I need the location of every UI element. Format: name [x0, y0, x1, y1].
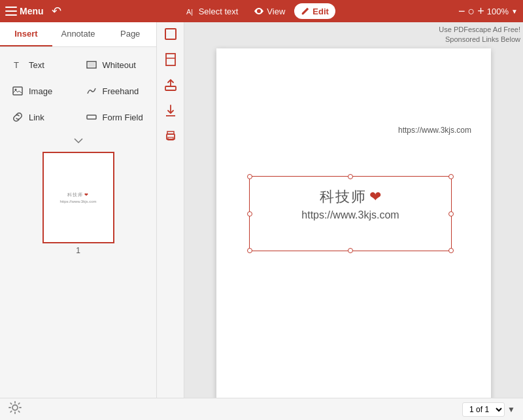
- link-icon: [12, 111, 24, 123]
- handle-bottom-left[interactable]: [247, 248, 252, 253]
- icon-rectangle[interactable]: [164, 27, 177, 44]
- tool-text-label: Text: [29, 60, 44, 70]
- selection-box[interactable]: 科技师 ❤ https://www.3kjs.com: [249, 176, 452, 251]
- zoom-out-button[interactable]: −: [458, 5, 465, 18]
- zoom-in-button[interactable]: +: [477, 5, 484, 18]
- zoom-dropdown-arrow[interactable]: ▼: [511, 8, 518, 15]
- tool-text[interactable]: T Text: [5, 52, 78, 77]
- selection-heart-icon: ❤: [369, 188, 381, 205]
- topbar: Menu ↶ A| Select text View Edit − ○ + 10…: [0, 0, 523, 22]
- handle-top-center[interactable]: [348, 174, 353, 179]
- tool-formfield[interactable]: Form Field: [79, 105, 152, 130]
- text-icon: T: [12, 59, 24, 71]
- tool-whiteout-label: Whiteout: [103, 60, 136, 70]
- svg-rect-0: [5, 7, 17, 8]
- tool-freehand-label: Freehand: [103, 86, 139, 96]
- tab-annotate[interactable]: Annotate: [52, 22, 105, 46]
- tool-whiteout[interactable]: Whiteout: [79, 52, 152, 77]
- view-label: View: [267, 7, 285, 16]
- tool-link[interactable]: Link: [5, 105, 78, 130]
- tool-freehand[interactable]: Freehand: [79, 79, 152, 103]
- bottom-bar: 1 of 1 ▼: [0, 398, 523, 420]
- ad-line2: Sponsored Links Below: [445, 35, 520, 43]
- left-icon-bar: [157, 22, 184, 398]
- bottom-right: 1 of 1 ▼: [462, 402, 515, 417]
- svg-rect-1: [5, 10, 17, 12]
- thumbnail-page-number: 1: [76, 246, 80, 255]
- settings-icon[interactable]: [8, 400, 22, 418]
- svg-rect-2: [5, 14, 17, 16]
- edit-button[interactable]: Edit: [294, 3, 335, 19]
- zoom-circle-button[interactable]: ○: [467, 5, 475, 18]
- ad-line1: Use PDFescape Ad Free!: [439, 26, 520, 33]
- tab-bar: Insert Annotate Page: [0, 22, 156, 47]
- menu-label: Menu: [20, 6, 44, 16]
- handle-bottom-center[interactable]: [348, 248, 353, 253]
- image-icon: [12, 85, 24, 97]
- svg-rect-11: [166, 54, 175, 65]
- tool-image-label: Image: [29, 86, 52, 96]
- freehand-icon: [86, 85, 97, 97]
- icon-print[interactable]: [164, 130, 177, 146]
- svg-text:T: T: [14, 60, 19, 70]
- zoom-value: 100%: [487, 7, 509, 16]
- formfield-icon: [86, 111, 97, 123]
- page-dropdown-arrow[interactable]: ▼: [507, 405, 515, 414]
- selection-title: 科技师: [320, 188, 367, 205]
- left-panel: Insert Annotate Page T Text Whiteout: [0, 22, 157, 398]
- thumbnail-area: 科技师 ❤ https://www.3kjs.com 1: [0, 147, 156, 398]
- ad-banner: Use PDFescape Ad Free! Sponsored Links B…: [439, 25, 520, 45]
- menu-button[interactable]: Menu: [5, 6, 44, 16]
- selection-content: 科技师 ❤ https://www.3kjs.com: [250, 177, 451, 221]
- icon-download[interactable]: [164, 104, 177, 120]
- zoom-controls: − ○ + 100% ▼: [458, 5, 518, 18]
- tool-image[interactable]: Image: [5, 79, 78, 103]
- tab-page[interactable]: Page: [104, 22, 156, 46]
- handle-middle-left[interactable]: [247, 211, 252, 217]
- page-select[interactable]: 1 of 1: [462, 402, 505, 417]
- handle-top-left[interactable]: [247, 174, 252, 179]
- svg-rect-10: [165, 29, 176, 39]
- tool-grid: T Text Whiteout Image: [0, 47, 156, 135]
- select-text-label: Select text: [199, 7, 239, 16]
- svg-rect-6: [88, 63, 95, 67]
- svg-rect-7: [13, 87, 22, 95]
- handle-middle-right[interactable]: [448, 211, 454, 217]
- edit-label: Edit: [312, 7, 329, 16]
- svg-point-17: [12, 405, 18, 410]
- thumbnail-content: 科技师 ❤ https://www.3kjs.com: [57, 189, 99, 206]
- svg-text:A|: A|: [186, 8, 193, 16]
- tab-insert[interactable]: Insert: [0, 22, 52, 46]
- bottom-left: [8, 400, 33, 418]
- thumbnail-page-1[interactable]: 科技师 ❤ https://www.3kjs.com 1: [42, 152, 114, 255]
- tool-link-label: Link: [29, 113, 44, 122]
- handle-top-right[interactable]: [448, 174, 454, 179]
- thumbnail-image: 科技师 ❤ https://www.3kjs.com: [42, 152, 114, 243]
- tool-formfield-label: Form Field: [103, 113, 143, 122]
- pdf-page: https://www.3kjs.com 科技师 ❤ https://www.3…: [216, 48, 491, 398]
- expand-tools-button[interactable]: [0, 135, 156, 147]
- back-button[interactable]: ↶: [52, 4, 61, 18]
- whiteout-icon: [86, 59, 97, 71]
- icon-upload[interactable]: [164, 79, 177, 95]
- handle-bottom-right[interactable]: [448, 248, 454, 253]
- icon-bookmark[interactable]: [164, 53, 177, 69]
- select-text-button[interactable]: A| Select text: [179, 3, 245, 19]
- main-layout: Insert Annotate Page T Text Whiteout: [0, 22, 523, 398]
- selection-url: https://www.3kjs.com: [250, 209, 451, 221]
- selection-title-row: 科技师 ❤: [250, 187, 451, 207]
- view-button[interactable]: View: [247, 3, 292, 19]
- pdf-text-top: https://www.3kjs.com: [398, 126, 471, 135]
- svg-rect-9: [87, 115, 96, 119]
- canvas-area: Use PDFescape Ad Free! Sponsored Links B…: [184, 22, 523, 398]
